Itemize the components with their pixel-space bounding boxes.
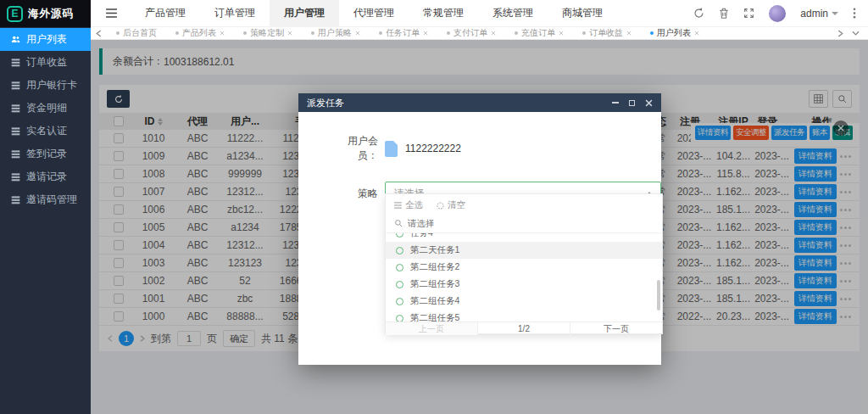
tab-label: 用户策略 xyxy=(318,27,352,39)
username: admin xyxy=(800,8,828,20)
sidebar: E 海外源码 用户列表 订单收益 用户银行卡 资金明细 实名认证 签到记录 xyxy=(0,0,91,414)
tabs-scroll-right-icon[interactable] xyxy=(837,30,843,37)
fullscreen-icon[interactable] xyxy=(743,8,754,19)
nav-agent-mgmt[interactable]: 代理管理 xyxy=(339,0,409,26)
sidebar-item-checkin-records[interactable]: 签到记录 xyxy=(0,143,91,165)
tab-user-strategy[interactable]: 用户策略 xyxy=(302,27,370,39)
sidebar-item-user-list[interactable]: 用户列表 xyxy=(0,28,91,51)
tab-close-icon[interactable] xyxy=(491,31,496,36)
dropdown-page-info: 1/2 xyxy=(477,322,570,335)
nav-mall-mgmt[interactable]: 商城管理 xyxy=(548,0,617,26)
nav-user-mgmt[interactable]: 用户管理 xyxy=(270,0,339,26)
tab-close-icon[interactable] xyxy=(559,31,564,36)
select-all-label: 全选 xyxy=(405,199,423,211)
nav-general-mgmt[interactable]: 常规管理 xyxy=(409,0,478,26)
tab-close-icon[interactable] xyxy=(423,31,428,36)
tab-product-list[interactable]: 产品列表 xyxy=(166,27,234,39)
option-label: 第二组任务5 xyxy=(410,312,459,322)
tab-close-icon[interactable] xyxy=(694,31,699,36)
dropdown-option[interactable]: 第二组任务3 xyxy=(386,276,662,293)
tab-strategy-custom[interactable]: 策略定制 xyxy=(234,27,302,39)
sidebar-item-user-bank-cards[interactable]: 用户银行卡 xyxy=(0,74,91,97)
tab-close-icon[interactable] xyxy=(287,31,292,36)
tab-order-earnings[interactable]: 订单收益 xyxy=(573,27,641,39)
tab-label: 订单收益 xyxy=(589,27,623,39)
dropdown-option[interactable]: 任务4 xyxy=(386,233,662,242)
hamburger-icon[interactable] xyxy=(91,8,131,18)
tab-dot-icon xyxy=(379,31,382,35)
dropdown-prev-page[interactable]: 上一页 xyxy=(386,322,477,335)
tabs-menu-icon[interactable] xyxy=(852,31,860,36)
sidebar-item-fund-details[interactable]: 资金明细 xyxy=(0,97,91,120)
more-vertical-icon[interactable] xyxy=(853,8,856,19)
brand-name: 海外源码 xyxy=(28,7,74,21)
topbar-right: admin xyxy=(693,5,868,22)
tabs: 后台首页 产品列表 策略定制 用户策略 任务订单 支付订单 充值订单 订单收益 … xyxy=(107,27,837,39)
user-menu[interactable]: admin xyxy=(800,8,838,20)
modal-header: 派发任务 xyxy=(298,93,661,112)
sidebar-item-real-name-auth[interactable]: 实名认证 xyxy=(0,120,91,143)
chevron-down-icon xyxy=(832,12,838,15)
clear-option[interactable]: 清空 xyxy=(437,199,465,211)
brand-logo-icon: E xyxy=(7,6,23,22)
sidebar-item-label: 邀请记录 xyxy=(26,170,67,184)
dropdown-option[interactable]: 第二天任务1 xyxy=(386,242,662,259)
tab-recharge-orders[interactable]: 充值订单 xyxy=(505,27,573,39)
sidebar-item-label: 订单收益 xyxy=(26,55,67,70)
tabs-scroll-left-icon[interactable] xyxy=(91,30,107,37)
option-label: 第二组任务4 xyxy=(410,295,459,307)
tab-label: 用户列表 xyxy=(657,27,691,39)
dropdown-option[interactable]: 第二组任务5 xyxy=(386,310,662,322)
sidebar-menu: 用户列表 订单收益 用户银行卡 资金明细 实名认证 签到记录 邀请记录 邀请码 xyxy=(0,27,91,211)
tab-close-icon[interactable] xyxy=(220,31,225,36)
tab-pay-orders[interactable]: 支付订单 xyxy=(437,27,505,39)
sidebar-item-invite-records[interactable]: 邀请记录 xyxy=(0,165,91,188)
member-row: 用户会员： 1122222222 xyxy=(298,112,661,163)
radio-circle-icon xyxy=(396,264,403,271)
close-icon[interactable] xyxy=(645,99,653,107)
list-icon xyxy=(11,172,20,182)
tab-home[interactable]: 后台首页 xyxy=(107,27,166,39)
clear-icon xyxy=(437,202,444,210)
strategy-label: 策略 xyxy=(329,187,378,201)
tab-dot-icon xyxy=(515,31,518,35)
users-icon xyxy=(11,35,20,44)
select-all-option[interactable]: 全选 xyxy=(394,199,423,211)
tab-close-icon[interactable] xyxy=(355,31,360,36)
document-icon xyxy=(385,141,398,157)
sidebar-item-label: 实名认证 xyxy=(26,124,67,138)
tab-close-icon[interactable] xyxy=(626,31,632,36)
minimize-icon[interactable] xyxy=(612,102,619,104)
sidebar-item-label: 签到记录 xyxy=(26,147,67,161)
tabbar: 后台首页 产品列表 策略定制 用户策略 任务订单 支付订单 充值订单 订单收益 … xyxy=(91,27,868,40)
tab-dot-icon xyxy=(582,31,586,35)
nav-order-mgmt[interactable]: 订单管理 xyxy=(200,0,270,26)
sidebar-item-invite-code-mgmt[interactable]: 邀请码管理 xyxy=(0,188,91,211)
tab-label: 支付订单 xyxy=(453,27,487,39)
tab-user-list[interactable]: 用户列表 xyxy=(641,27,709,39)
maximize-icon[interactable] xyxy=(629,100,635,106)
list-icon xyxy=(11,149,20,159)
nav-system-mgmt[interactable]: 系统管理 xyxy=(478,0,548,26)
tab-dot-icon xyxy=(650,31,654,35)
radio-circle-icon xyxy=(396,315,403,322)
scrollbar[interactable] xyxy=(657,280,660,310)
option-label: 第二组任务3 xyxy=(410,278,459,290)
nav-product-mgmt[interactable]: 产品管理 xyxy=(131,0,200,26)
sidebar-item-order-earnings[interactable]: 订单收益 xyxy=(0,51,91,74)
dropdown-option[interactable]: 第二组任务2 xyxy=(386,259,662,276)
list-icon xyxy=(11,81,20,90)
brand-logo: E 海外源码 xyxy=(0,0,91,27)
refresh-icon[interactable] xyxy=(693,8,704,19)
dropdown-next-page[interactable]: 下一页 xyxy=(570,322,662,335)
list-icon xyxy=(394,202,402,209)
dropdown-option[interactable]: 第二组任务4 xyxy=(386,293,662,310)
tab-task-orders[interactable]: 任务订单 xyxy=(370,27,437,39)
avatar[interactable] xyxy=(769,5,786,22)
clear-cache-icon[interactable] xyxy=(719,8,729,19)
tab-label: 策略定制 xyxy=(250,27,284,39)
option-label: 第二组任务2 xyxy=(410,261,459,273)
dropdown-search-input[interactable] xyxy=(408,218,654,228)
tab-label: 后台首页 xyxy=(123,27,157,39)
modal-window-controls xyxy=(612,99,653,107)
